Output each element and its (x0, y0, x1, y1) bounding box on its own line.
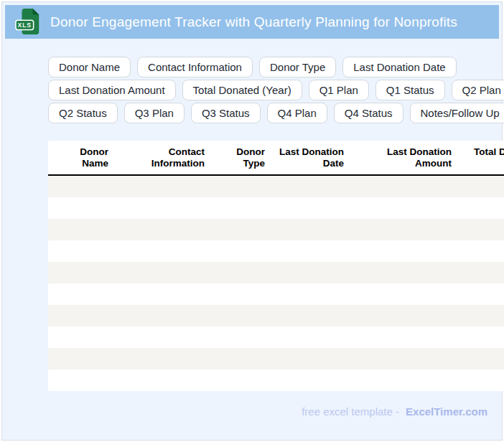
title-bar: XLS Donor Engagement Tracker with Quarte… (5, 5, 499, 39)
column-chip[interactable]: Q1 Plan (309, 80, 369, 100)
column-chip[interactable]: Last Donation Amount (48, 80, 176, 100)
table-row (48, 370, 504, 391)
table-row (48, 197, 504, 219)
table-cell-empty (48, 348, 504, 370)
table-header-cell: Last Donation Amount (348, 141, 456, 175)
table-cell-empty (48, 326, 504, 348)
table-row (48, 283, 504, 305)
table-row (48, 219, 504, 240)
column-chip[interactable]: Donor Type (259, 57, 336, 77)
column-chip[interactable]: Q4 Plan (267, 103, 327, 123)
column-chip[interactable]: Q1 Status (375, 80, 445, 100)
table-body (48, 175, 504, 391)
table-header-cell: Donor Name (48, 141, 113, 175)
table-cell-empty (48, 240, 504, 262)
footer: free excel template -ExcelTimer.com (302, 405, 487, 418)
table-header-cell: Last Donation Date (269, 141, 348, 175)
xls-file-icon: XLS (15, 7, 42, 37)
xls-icon-label: XLS (18, 22, 32, 29)
table-cell-empty (48, 262, 504, 283)
chip-row: Q2 StatusQ3 PlanQ3 StatusQ4 PlanQ4 Statu… (48, 103, 502, 123)
table-cell-empty (48, 370, 504, 391)
donor-table: Donor NameContact InformationDonor TypeL… (48, 141, 504, 391)
chip-row: Donor NameContact InformationDonor TypeL… (48, 57, 502, 77)
table-row (48, 348, 504, 370)
template-card: XLS Donor Engagement Tracker with Quarte… (1, 1, 503, 441)
table-row (48, 262, 504, 283)
column-chip[interactable]: Q3 Plan (124, 103, 185, 123)
chip-rows: Donor NameContact InformationDonor TypeL… (48, 57, 502, 123)
column-chip[interactable]: Q2 Plan (452, 80, 504, 100)
column-chip[interactable]: Total Donated (Year) (182, 80, 302, 100)
column-chip[interactable]: Contact Information (137, 57, 253, 77)
column-chip[interactable]: Donor Name (48, 57, 131, 77)
table-row (48, 175, 504, 197)
table-header-cell: Total Donated (Year) (456, 141, 504, 175)
table-header-row: Donor NameContact InformationDonor TypeL… (48, 141, 504, 175)
column-chip[interactable]: Notes/Follow Up (410, 103, 504, 123)
table-cell-empty (48, 305, 504, 326)
table-header-cell: Donor Type (209, 141, 269, 175)
table-row (48, 240, 504, 262)
column-chip[interactable]: Q2 Status (48, 103, 118, 123)
table-row (48, 305, 504, 326)
table-row (48, 326, 504, 348)
column-chip[interactable]: Q4 Status (334, 103, 403, 123)
table-header-cell: Contact Information (113, 141, 209, 175)
table-cell-empty (48, 197, 504, 219)
page-title: Donor Engagement Tracker with Quarterly … (50, 14, 457, 30)
table-cell-empty (48, 175, 504, 197)
chip-row: Last Donation AmountTotal Donated (Year)… (48, 80, 502, 100)
column-chip[interactable]: Q3 Status (191, 103, 261, 123)
footer-brand-link[interactable]: ExcelTimer.com (406, 405, 487, 418)
table-cell-empty (48, 283, 504, 305)
footer-text: free excel template - (302, 405, 399, 418)
template-preview-page: { "header": { "title": "Donor Engagement… (0, 0, 504, 442)
column-chip[interactable]: Last Donation Date (342, 57, 456, 77)
table-cell-empty (48, 219, 504, 240)
